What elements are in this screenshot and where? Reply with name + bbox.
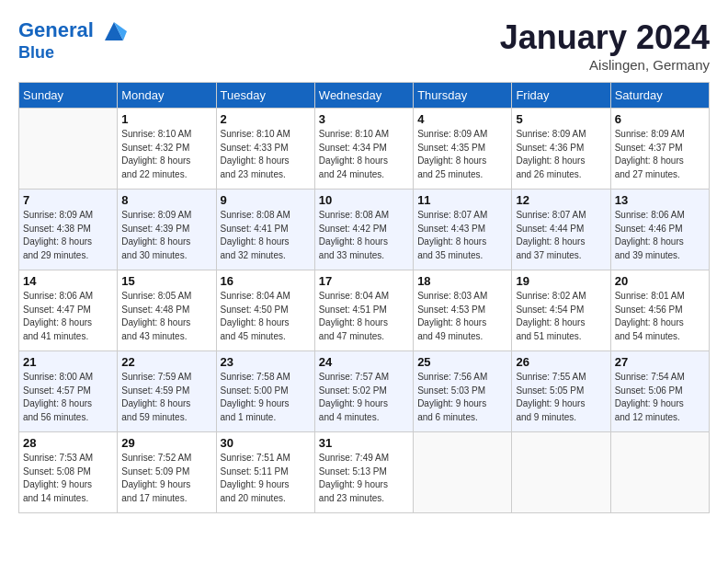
day-info: Sunrise: 8:09 AM Sunset: 4:38 PM Dayligh… (23, 209, 113, 262)
day-info: Sunrise: 8:07 AM Sunset: 4:44 PM Dayligh… (516, 209, 606, 262)
day-info: Sunrise: 8:03 AM Sunset: 4:53 PM Dayligh… (417, 290, 507, 343)
day-number: 25 (417, 355, 507, 369)
calendar-week-3: 14Sunrise: 8:06 AM Sunset: 4:47 PM Dayli… (19, 270, 710, 351)
day-header-tuesday: Tuesday (216, 83, 314, 109)
calendar-cell: 24Sunrise: 7:57 AM Sunset: 5:02 PM Dayli… (314, 351, 413, 432)
calendar-cell: 25Sunrise: 7:56 AM Sunset: 5:03 PM Dayli… (414, 351, 512, 432)
day-number: 22 (121, 355, 211, 369)
calendar-cell: 20Sunrise: 8:01 AM Sunset: 4:56 PM Dayli… (610, 270, 709, 351)
day-info: Sunrise: 8:07 AM Sunset: 4:43 PM Dayligh… (417, 209, 507, 262)
day-info: Sunrise: 8:10 AM Sunset: 4:32 PM Dayligh… (121, 128, 211, 181)
calendar-cell: 15Sunrise: 8:05 AM Sunset: 4:48 PM Dayli… (118, 270, 216, 351)
day-number: 17 (319, 274, 409, 288)
day-info: Sunrise: 7:52 AM Sunset: 5:09 PM Dayligh… (121, 452, 211, 505)
day-number: 5 (516, 112, 606, 126)
calendar-cell: 30Sunrise: 7:51 AM Sunset: 5:11 PM Dayli… (216, 432, 314, 513)
day-info: Sunrise: 8:06 AM Sunset: 4:47 PM Dayligh… (23, 290, 113, 343)
calendar-cell: 17Sunrise: 8:04 AM Sunset: 4:51 PM Dayli… (314, 270, 413, 351)
calendar-table: SundayMondayTuesdayWednesdayThursdayFrid… (18, 82, 710, 513)
day-number: 29 (121, 436, 211, 450)
day-info: Sunrise: 7:54 AM Sunset: 5:06 PM Dayligh… (615, 371, 705, 424)
calendar-cell: 16Sunrise: 8:04 AM Sunset: 4:50 PM Dayli… (216, 270, 314, 351)
day-number: 6 (615, 112, 705, 126)
day-number: 18 (417, 274, 507, 288)
day-header-saturday: Saturday (610, 83, 709, 109)
day-info: Sunrise: 8:00 AM Sunset: 4:57 PM Dayligh… (23, 371, 113, 424)
calendar-cell: 14Sunrise: 8:06 AM Sunset: 4:47 PM Dayli… (19, 270, 118, 351)
calendar-cell: 18Sunrise: 8:03 AM Sunset: 4:53 PM Dayli… (414, 270, 512, 351)
day-number: 8 (121, 193, 211, 207)
header-row: SundayMondayTuesdayWednesdayThursdayFrid… (19, 83, 710, 109)
day-info: Sunrise: 8:10 AM Sunset: 4:33 PM Dayligh… (221, 128, 311, 181)
day-info: Sunrise: 8:04 AM Sunset: 4:50 PM Dayligh… (221, 290, 311, 343)
calendar-cell (19, 109, 118, 190)
day-info: Sunrise: 8:10 AM Sunset: 4:34 PM Dayligh… (319, 128, 409, 181)
calendar-cell (512, 432, 610, 513)
day-info: Sunrise: 8:01 AM Sunset: 4:56 PM Dayligh… (615, 290, 705, 343)
day-info: Sunrise: 7:59 AM Sunset: 4:59 PM Dayligh… (121, 371, 211, 424)
calendar-cell: 23Sunrise: 7:58 AM Sunset: 5:00 PM Dayli… (216, 351, 314, 432)
day-info: Sunrise: 8:09 AM Sunset: 4:35 PM Dayligh… (417, 128, 507, 181)
day-info: Sunrise: 8:05 AM Sunset: 4:48 PM Dayligh… (121, 290, 211, 343)
day-info: Sunrise: 8:06 AM Sunset: 4:46 PM Dayligh… (615, 209, 705, 262)
calendar-cell: 21Sunrise: 8:00 AM Sunset: 4:57 PM Dayli… (19, 351, 118, 432)
calendar-cell: 31Sunrise: 7:49 AM Sunset: 5:13 PM Dayli… (314, 432, 413, 513)
calendar-week-2: 7Sunrise: 8:09 AM Sunset: 4:38 PM Daylig… (19, 190, 710, 270)
calendar-cell: 6Sunrise: 8:09 AM Sunset: 4:37 PM Daylig… (610, 109, 709, 190)
calendar-cell: 10Sunrise: 8:08 AM Sunset: 4:42 PM Dayli… (314, 190, 413, 270)
day-info: Sunrise: 7:51 AM Sunset: 5:11 PM Dayligh… (221, 452, 311, 505)
month-title: January 2024 (500, 18, 710, 57)
logo-text: General (18, 18, 127, 44)
title-block: January 2024 Aislingen, Germany (500, 18, 710, 73)
day-number: 14 (23, 274, 113, 288)
calendar-cell: 28Sunrise: 7:53 AM Sunset: 5:08 PM Dayli… (19, 432, 118, 513)
calendar-cell (414, 432, 512, 513)
day-number: 21 (23, 355, 113, 369)
calendar-week-5: 28Sunrise: 7:53 AM Sunset: 5:08 PM Dayli… (19, 432, 710, 513)
day-number: 20 (615, 274, 705, 288)
calendar-cell (610, 432, 709, 513)
day-number: 27 (615, 355, 705, 369)
day-header-sunday: Sunday (19, 83, 118, 109)
calendar-cell: 13Sunrise: 8:06 AM Sunset: 4:46 PM Dayli… (610, 190, 709, 270)
day-info: Sunrise: 7:57 AM Sunset: 5:02 PM Dayligh… (319, 371, 409, 424)
day-info: Sunrise: 7:53 AM Sunset: 5:08 PM Dayligh… (23, 452, 113, 505)
day-info: Sunrise: 8:08 AM Sunset: 4:41 PM Dayligh… (221, 209, 311, 262)
day-number: 31 (319, 436, 409, 450)
calendar-cell: 7Sunrise: 8:09 AM Sunset: 4:38 PM Daylig… (19, 190, 118, 270)
calendar-cell: 8Sunrise: 8:09 AM Sunset: 4:39 PM Daylig… (118, 190, 216, 270)
page-header: General Blue January 2024 Aislingen, Ger… (18, 18, 710, 73)
calendar-cell: 1Sunrise: 8:10 AM Sunset: 4:32 PM Daylig… (118, 109, 216, 190)
calendar-cell: 26Sunrise: 7:55 AM Sunset: 5:05 PM Dayli… (512, 351, 610, 432)
day-info: Sunrise: 7:58 AM Sunset: 5:00 PM Dayligh… (221, 371, 311, 424)
day-info: Sunrise: 8:04 AM Sunset: 4:51 PM Dayligh… (319, 290, 409, 343)
day-header-friday: Friday (512, 83, 610, 109)
day-number: 23 (221, 355, 311, 369)
calendar-week-4: 21Sunrise: 8:00 AM Sunset: 4:57 PM Dayli… (19, 351, 710, 432)
day-header-wednesday: Wednesday (314, 83, 413, 109)
day-number: 26 (516, 355, 606, 369)
day-header-thursday: Thursday (414, 83, 512, 109)
calendar-cell: 4Sunrise: 8:09 AM Sunset: 4:35 PM Daylig… (414, 109, 512, 190)
day-number: 9 (221, 193, 311, 207)
day-number: 16 (221, 274, 311, 288)
day-number: 19 (516, 274, 606, 288)
calendar-cell: 2Sunrise: 8:10 AM Sunset: 4:33 PM Daylig… (216, 109, 314, 190)
day-number: 15 (121, 274, 211, 288)
day-number: 7 (23, 193, 113, 207)
calendar-cell: 19Sunrise: 8:02 AM Sunset: 4:54 PM Dayli… (512, 270, 610, 351)
day-number: 1 (121, 112, 211, 126)
day-info: Sunrise: 8:09 AM Sunset: 4:36 PM Dayligh… (516, 128, 606, 181)
calendar-cell: 9Sunrise: 8:08 AM Sunset: 4:41 PM Daylig… (216, 190, 314, 270)
calendar-cell: 3Sunrise: 8:10 AM Sunset: 4:34 PM Daylig… (314, 109, 413, 190)
day-info: Sunrise: 8:08 AM Sunset: 4:42 PM Dayligh… (319, 209, 409, 262)
calendar-cell: 22Sunrise: 7:59 AM Sunset: 4:59 PM Dayli… (118, 351, 216, 432)
day-number: 11 (417, 193, 507, 207)
day-info: Sunrise: 8:02 AM Sunset: 4:54 PM Dayligh… (516, 290, 606, 343)
day-number: 2 (221, 112, 311, 126)
day-info: Sunrise: 8:09 AM Sunset: 4:37 PM Dayligh… (615, 128, 705, 181)
calendar-cell: 11Sunrise: 8:07 AM Sunset: 4:43 PM Dayli… (414, 190, 512, 270)
calendar-cell: 27Sunrise: 7:54 AM Sunset: 5:06 PM Dayli… (610, 351, 709, 432)
day-info: Sunrise: 7:56 AM Sunset: 5:03 PM Dayligh… (417, 371, 507, 424)
day-number: 28 (23, 436, 113, 450)
